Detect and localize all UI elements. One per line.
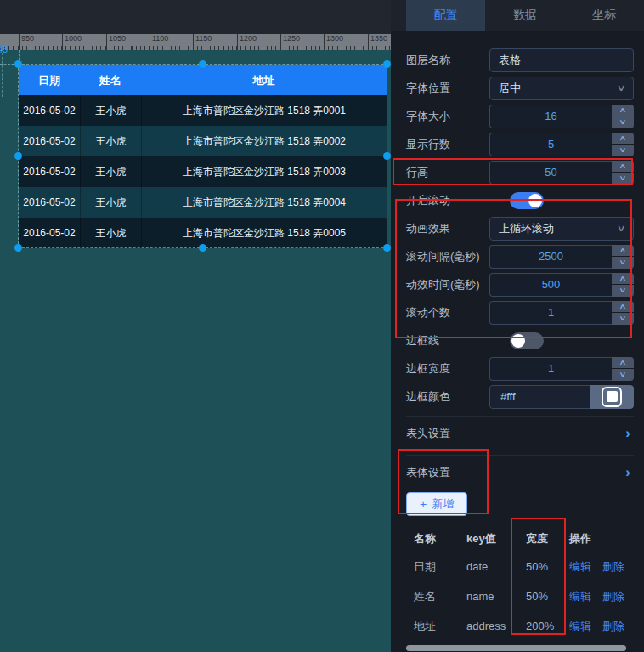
stepper-up-button[interactable]: ∧ [612,273,634,285]
horizontal-ruler: 950 1000 1050 1100 1150 1200 1250 1300 1… [0,34,391,50]
border-width-input[interactable] [489,357,612,381]
display-rows-input[interactable] [489,133,612,156]
layer-name-label: 图层名称 [406,53,450,68]
columns-table-row: 日期 date 50% 编辑 删除 [406,552,634,581]
table-row: 2016-05-02 王小虎 上海市普陀区金沙江路 1518 弄0001 [19,95,387,126]
color-picker-button[interactable] [590,385,634,409]
stepper-down-button[interactable]: ∨ [612,369,634,381]
column-key-cell: name [459,590,518,603]
stepper-up-button[interactable]: ∧ [612,133,634,145]
chevron-down-icon: ∨ [619,146,626,154]
color-swatch-fill [607,391,618,402]
resize-handle[interactable] [14,244,22,252]
resize-handle[interactable] [14,152,22,160]
scroll-interval-label: 滚动间隔(毫秒) [406,249,480,264]
column-width-cell: 200% [518,620,562,632]
edit-link[interactable]: 编辑 [569,589,591,604]
column-header-width: 宽度 [518,531,562,547]
field-row-animation-effect: 动画效果 上循环滚动 ∨ [406,214,634,242]
column-key-cell: date [459,560,518,573]
canvas-area[interactable]: 950 1000 1050 1100 1150 1200 1250 1300 1… [0,0,391,652]
delete-link[interactable]: 删除 [602,589,624,604]
resize-handle[interactable] [199,244,206,252]
toggle-knob [511,334,525,348]
stepper-down-button[interactable]: ∨ [612,285,634,297]
table-widget[interactable]: 日期 姓名 地址 2016-05-02 王小虎 上海市普陀区金沙江路 1518 … [19,65,387,248]
row-height-input[interactable] [489,161,612,184]
resize-handle[interactable] [383,60,391,68]
font-position-select[interactable]: 居中 ∨ [489,77,634,100]
delete-link[interactable]: 删除 [602,559,624,575]
chevron-down-icon: ∨ [619,174,626,182]
chevron-down-icon: ∨ [619,315,626,322]
ruler-tick-label: 1050 [109,34,126,43]
stepper-up-button[interactable]: ∧ [612,105,634,116]
ruler-tick: 950 [19,34,20,50]
field-row-layer-name: 图层名称 [406,46,634,74]
resize-handle[interactable] [199,60,206,68]
stepper-down-button[interactable]: ∨ [612,116,634,128]
animation-time-input[interactable] [489,273,612,297]
alignment-guide [2,53,3,97]
stepper-up-button[interactable]: ∧ [612,357,634,369]
section-body-settings[interactable]: 表体设置 › [406,455,634,489]
ruler-tick: 1150 [193,34,194,50]
chevron-up-icon: ∧ [619,275,626,282]
border-color-input[interactable]: #fff [489,385,590,409]
tab-data[interactable]: 数据 [485,0,564,31]
panel-body: 图层名称 字体位置 居中 ∨ 字体大小 ∧ ∨ [391,31,644,651]
edit-link[interactable]: 编辑 [569,559,591,575]
columns-table-header: 名称 key值 宽度 操作 [406,526,634,552]
table-cell: 王小虎 [80,187,141,218]
scroll-count-input[interactable] [489,301,612,325]
resize-handle[interactable] [383,152,391,160]
font-position-value: 居中 [499,81,521,96]
config-panel: 配置 数据 坐标 图层名称 字体位置 居中 ∨ 字体大小 [391,0,644,652]
stepper-up-button[interactable]: ∧ [612,245,634,257]
column-name-cell: 日期 [406,559,459,575]
delete-link[interactable]: 删除 [602,619,624,634]
tab-coordinate[interactable]: 坐标 [565,0,644,31]
ruler-tick-label: 1200 [240,34,257,43]
stepper-up-button[interactable]: ∧ [612,161,634,173]
chevron-up-icon: ∧ [619,134,626,142]
resize-handle[interactable] [14,60,22,68]
column-key-cell: address [459,620,518,632]
field-row-border-color: 边框颜色 #fff [406,383,634,411]
color-swatch-icon [602,387,622,407]
stepper-up-button[interactable]: ∧ [612,301,634,313]
ruler-tick: 1350 [368,34,369,50]
horizontal-scrollbar[interactable] [406,645,626,651]
canvas-top-band [0,0,391,34]
stepper-down-button[interactable]: ∨ [612,173,634,184]
chevron-up-icon: ∧ [619,359,626,366]
table-cell: 上海市普陀区金沙江路 1518 弄0002 [141,126,387,156]
add-column-button[interactable]: + 新增 [406,492,467,516]
chevron-down-icon: ∨ [616,82,625,94]
animation-effect-select[interactable]: 上循环滚动 ∨ [489,217,634,241]
stepper-down-button[interactable]: ∨ [612,257,634,269]
stepper-down-button[interactable]: ∨ [612,145,634,156]
enable-scroll-toggle[interactable] [510,192,544,209]
table-cell: 王小虎 [80,126,141,156]
border-line-toggle[interactable] [510,332,544,349]
table-cell: 2016-05-02 [19,126,80,156]
font-position-label: 字体位置 [406,81,450,96]
scroll-interval-input[interactable] [489,245,612,269]
edit-link[interactable]: 编辑 [569,619,591,634]
ruler-tick-label: 950 [21,34,34,43]
layer-name-input[interactable] [489,48,634,72]
field-row-row-height: 行高 ∧ ∨ [406,158,634,186]
stepper-down-button[interactable]: ∨ [612,313,634,325]
resize-handle[interactable] [383,244,391,252]
field-row-enable-scroll: 开启滚动 [406,186,634,214]
tab-config[interactable]: 配置 [406,0,485,31]
font-size-label: 字体大小 [406,109,450,124]
section-header-settings[interactable]: 表头设置 › [406,416,634,450]
font-size-input[interactable] [489,105,612,128]
columns-table-row: 姓名 name 50% 编辑 删除 [406,581,634,611]
field-row-scroll-interval: 滚动间隔(毫秒) ∧ ∨ [406,242,634,270]
column-name-cell: 地址 [406,619,459,634]
add-button-label: 新增 [432,496,454,512]
chevron-up-icon: ∧ [619,162,626,170]
